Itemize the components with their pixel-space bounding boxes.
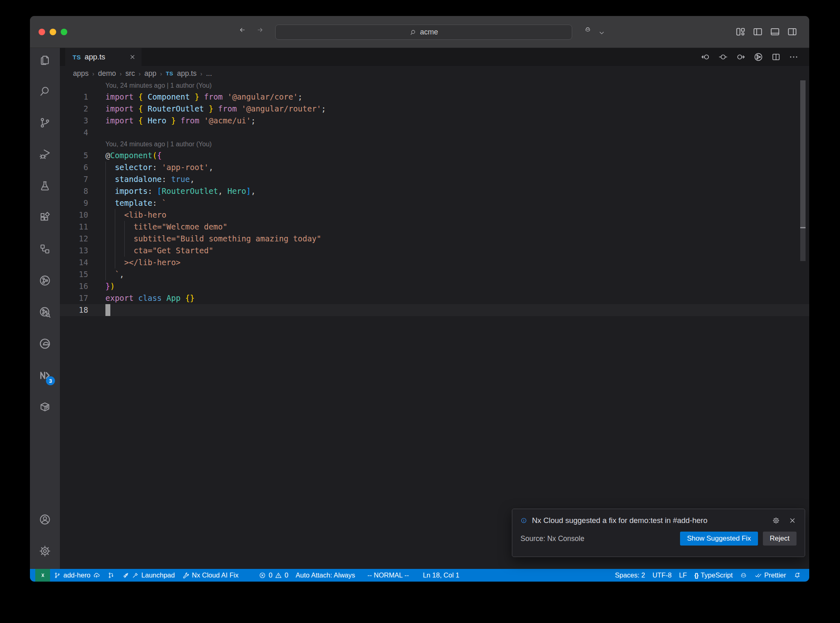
breadcrumb-item-app[interactable]: app bbox=[144, 69, 156, 78]
breadcrumb-item-file[interactable]: app.ts bbox=[177, 69, 197, 78]
vim-block-cursor bbox=[105, 304, 110, 316]
history-forward-icon[interactable] bbox=[257, 27, 263, 33]
status-language-item[interactable]: {}TypeScript bbox=[691, 569, 737, 582]
activity-item-containers[interactable] bbox=[30, 391, 60, 423]
error-icon bbox=[259, 572, 266, 579]
nav-forward-icon[interactable] bbox=[736, 52, 746, 62]
code-line-11: 11 title="Welcmoe demo" bbox=[60, 221, 809, 233]
status-label: Spaces: 2 bbox=[615, 571, 645, 579]
breadcrumb-symbol-picker[interactable]: ... bbox=[206, 69, 212, 78]
activity-item-testing[interactable] bbox=[30, 170, 60, 202]
line-number: 1 bbox=[60, 91, 88, 103]
copilot-icon[interactable] bbox=[584, 26, 591, 33]
activity-item-explorer[interactable] bbox=[30, 44, 60, 75]
status-prettier-item[interactable]: Prettier bbox=[751, 569, 790, 582]
activity-item-accounts[interactable] bbox=[30, 504, 60, 535]
status-encoding-item[interactable]: UTF-8 bbox=[649, 569, 676, 582]
reject-button[interactable]: Reject bbox=[763, 532, 797, 546]
status-label: Ln 18, Col 1 bbox=[423, 571, 459, 579]
status-compare-item[interactable] bbox=[104, 569, 119, 582]
status-nx-cloud-fix-item[interactable]: Nx Cloud AI Fix bbox=[178, 569, 242, 582]
line-number: 7 bbox=[60, 173, 88, 185]
notification-settings-gear-icon[interactable] bbox=[772, 516, 780, 525]
split-editor-icon[interactable] bbox=[771, 52, 781, 62]
nav-position-icon[interactable] bbox=[718, 52, 728, 62]
source-control-icon bbox=[39, 116, 51, 129]
cloud-upload-icon bbox=[93, 572, 100, 579]
minimize-window-button[interactable] bbox=[50, 29, 56, 35]
breadcrumb-item-apps[interactable]: apps bbox=[73, 69, 89, 78]
breadcrumb-separator-icon: › bbox=[92, 70, 94, 77]
git-blame-annotation: You, 24 minutes ago | 1 author (You) bbox=[60, 139, 809, 150]
status-eol-item[interactable]: LF bbox=[675, 569, 690, 582]
line-number: 6 bbox=[60, 161, 88, 173]
status-problems-item[interactable]: 00 bbox=[255, 569, 292, 582]
zoom-window-button[interactable] bbox=[61, 29, 67, 35]
code-editor[interactable]: You, 24 minutes ago | 1 author (You)1imp… bbox=[60, 80, 809, 569]
activity-item-settings[interactable] bbox=[30, 535, 60, 567]
history-back-icon[interactable] bbox=[239, 27, 246, 33]
chevron-down-icon[interactable] bbox=[598, 30, 605, 36]
activity-item-graph-inspect[interactable] bbox=[30, 296, 60, 328]
close-window-button[interactable] bbox=[39, 29, 45, 35]
source-graph-icon[interactable] bbox=[753, 52, 763, 62]
status-launchpad-item[interactable]: Launchpad bbox=[119, 569, 179, 582]
code-line-16: 16}) bbox=[60, 280, 809, 292]
status-cursor-position-item[interactable]: Ln 18, Col 1 bbox=[419, 569, 463, 582]
nav-back-icon[interactable] bbox=[701, 52, 710, 62]
activity-item-extensions[interactable] bbox=[30, 202, 60, 233]
activity-item-edge-tools[interactable] bbox=[30, 328, 60, 359]
activity-item-nx-console[interactable]: 3 bbox=[30, 359, 60, 391]
status-auto-attach-item[interactable]: Auto Attach: Always bbox=[292, 569, 359, 582]
indent-guide bbox=[105, 161, 106, 280]
remote-indicator[interactable] bbox=[35, 569, 50, 582]
status-indentation-item[interactable]: Spaces: 2 bbox=[611, 569, 648, 582]
status-vim-mode-item[interactable]: -- NORMAL -- bbox=[364, 569, 413, 582]
line-number: 18 bbox=[60, 304, 88, 316]
warning-icon bbox=[275, 572, 282, 579]
status-label: 0 bbox=[285, 571, 288, 579]
activity-item-run-and-debug[interactable] bbox=[30, 139, 60, 170]
breadcrumb-item-demo[interactable]: demo bbox=[98, 69, 116, 78]
status-label: LF bbox=[679, 571, 687, 579]
tab-app-ts[interactable]: TS app.ts bbox=[65, 48, 142, 66]
beaker-icon bbox=[39, 180, 51, 192]
rocket-icon bbox=[122, 572, 130, 579]
files-icon bbox=[39, 53, 51, 66]
line-number: 14 bbox=[60, 257, 88, 268]
code-line-7: 7 standalone: true, bbox=[60, 173, 809, 185]
toggle-primary-sidebar-button[interactable] bbox=[752, 26, 763, 37]
edge-icon bbox=[39, 337, 51, 350]
status-branch-item[interactable]: add-hero bbox=[50, 569, 104, 582]
typescript-file-icon: TS bbox=[166, 70, 173, 77]
scrollbar-thumb[interactable] bbox=[800, 80, 806, 227]
toggle-panel-button[interactable] bbox=[769, 26, 781, 37]
activity-item-nx-graph[interactable] bbox=[30, 265, 60, 296]
command-center-search[interactable]: acme bbox=[275, 25, 572, 40]
container-icon bbox=[39, 400, 51, 413]
indent-guide bbox=[115, 209, 115, 268]
breadcrumb-item-src[interactable]: src bbox=[126, 69, 135, 78]
window-controls bbox=[39, 29, 67, 35]
title-bar: acme bbox=[30, 16, 809, 48]
status-label: UTF-8 bbox=[653, 571, 672, 579]
scrollbar-track[interactable] bbox=[800, 228, 806, 261]
toggle-secondary-sidebar-button[interactable] bbox=[787, 26, 798, 37]
code-line-18: 18 bbox=[60, 304, 809, 316]
info-icon bbox=[520, 517, 527, 524]
activity-item-project-hierarchy[interactable] bbox=[30, 233, 60, 265]
close-tab-icon[interactable] bbox=[129, 54, 136, 60]
notification-close-icon[interactable] bbox=[788, 516, 797, 525]
status-label: 0 bbox=[269, 571, 272, 579]
code-line-14: 14 ></lib-hero> bbox=[60, 257, 809, 268]
activity-item-search[interactable] bbox=[30, 75, 60, 107]
more-actions-icon[interactable] bbox=[789, 52, 799, 62]
activity-item-source-control[interactable] bbox=[30, 107, 60, 139]
status-bar: add-heroLaunchpadNx Cloud AI Fix00Auto A… bbox=[30, 569, 809, 582]
status-copilot-item[interactable] bbox=[736, 569, 751, 582]
double-check-icon bbox=[755, 572, 762, 579]
show-suggested-fix-button[interactable]: Show Suggested Fix bbox=[680, 532, 758, 546]
customize-layout-button[interactable] bbox=[735, 26, 746, 37]
nx-console-badge: 3 bbox=[46, 376, 55, 385]
status-notifications-item[interactable] bbox=[790, 569, 805, 582]
